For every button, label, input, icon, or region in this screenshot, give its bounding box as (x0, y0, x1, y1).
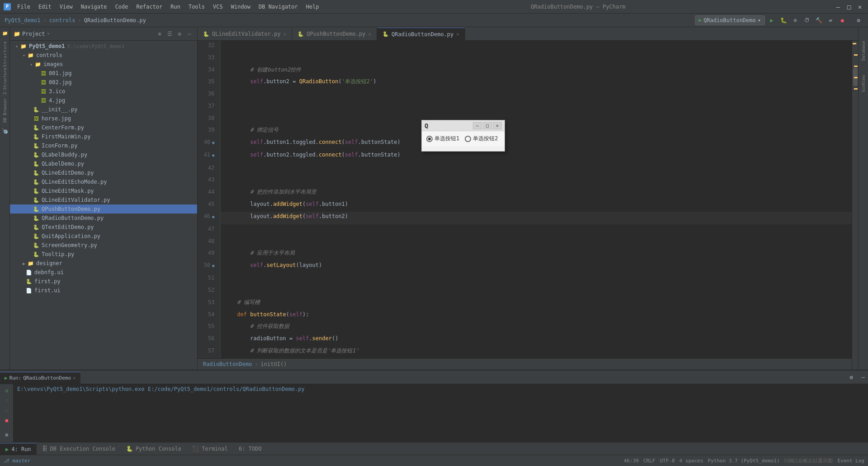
tree-centerform[interactable]: 🐍 CenterForm.py (10, 123, 197, 132)
run-down-button[interactable]: ↓ (2, 406, 11, 415)
tree-3ico[interactable]: 🖼 3.ico (10, 87, 197, 96)
code-text[interactable]: self.button1.toggled.connect(self.button… (220, 138, 858, 150)
code-text[interactable]: radioButton = self.sender() (220, 334, 858, 346)
code-text[interactable] (220, 89, 858, 101)
code-text[interactable] (220, 285, 858, 298)
code-text[interactable]: self.setLayout(layout) (220, 261, 858, 273)
minimize-button[interactable]: – (834, 2, 843, 11)
tree-4jpg[interactable]: 🖼 4.jpg (10, 96, 197, 105)
sidebar-project-icon[interactable]: 📁 (0, 29, 9, 37)
breadcrumb-project[interactable]: PyQt5_demo1 (5, 17, 40, 24)
code-text[interactable]: # 把控件添加到水平布局里 (220, 187, 858, 200)
tree-qlineeditdemo[interactable]: 🐍 QLineEditDemo.py (10, 168, 197, 177)
menu-vcs[interactable]: VCS (209, 2, 226, 12)
menu-code[interactable]: Code (112, 2, 132, 12)
code-text[interactable]: # 判断获取的数据的文本是否是'单选按钮1' (220, 346, 858, 358)
tree-controls[interactable]: ▾ 📁 controls (10, 51, 197, 60)
right-sidebar-database[interactable]: Database (861, 29, 866, 61)
tree-qtexteditdemo[interactable]: 🐍 QTextEditDemo.py (10, 223, 197, 232)
run-stop-button[interactable]: ◼ (2, 416, 11, 425)
dialog-minimize[interactable]: – (473, 122, 482, 129)
bottom-tab-run[interactable]: ▶ 4: Run (0, 443, 37, 455)
status-line-col[interactable]: 46:39 (624, 458, 639, 464)
run-config-selector[interactable]: ▶ QRadioButtonDemo ▾ (695, 15, 765, 25)
run-panel-settings[interactable]: ⚙ (846, 372, 856, 382)
menu-run[interactable]: Run (167, 2, 184, 12)
menu-refactor[interactable]: Refactor (132, 2, 166, 12)
menu-view[interactable]: View (56, 2, 76, 12)
tab-qlineeditvalidator[interactable]: 🐍 QLineEditValidator.py ✕ (198, 28, 292, 40)
run-restart-button[interactable]: ↺ (2, 386, 11, 395)
sidebar-db-browser-icon[interactable]: DB Browser (0, 97, 9, 124)
tree-iconform[interactable]: 🐍 IconForm.py (10, 141, 197, 150)
tree-qlineeditvalidator[interactable]: 🐍 QLineEditValidator.py (10, 195, 197, 204)
tab-qradiobuttondemo[interactable]: 🐍 QRadioButtonDemo.py ✕ (377, 28, 465, 40)
code-text[interactable] (220, 101, 858, 114)
sidebar-z-structure-icon[interactable]: Z-Structure (0, 67, 9, 95)
status-encoding[interactable]: UTF-8 (660, 458, 675, 464)
tree-qlineeditmask[interactable]: 🐍 QLineEditMask.py (10, 186, 197, 195)
tree-qpushbuttondemo[interactable]: 🐍 QPushButtonDemo.py (10, 204, 197, 214)
coverage-button[interactable]: ⊙ (790, 15, 800, 25)
tree-002jpg[interactable]: 🖼 002.jpg (10, 78, 197, 87)
tab-close-1[interactable]: ✕ (368, 31, 371, 37)
build-button[interactable]: 🔨 (814, 15, 824, 25)
code-text[interactable] (220, 114, 858, 126)
status-indent[interactable]: 4 spaces (679, 458, 703, 464)
toolbar-settings[interactable]: ⚙ (854, 15, 863, 25)
code-text[interactable]: layout.addWidget(self.button2) (220, 212, 858, 224)
project-minimize-button[interactable]: — (185, 30, 193, 38)
status-crlf[interactable]: CRLF (643, 458, 656, 464)
code-text[interactable] (220, 175, 858, 187)
tree-init[interactable]: 🐍 __init__.py (10, 105, 197, 114)
tree-quitapplication[interactable]: 🐍 QuitApplication.py (10, 232, 197, 241)
close-button[interactable]: ✕ (855, 2, 864, 11)
menu-tools[interactable]: Tools (185, 2, 208, 12)
tree-firstui[interactable]: 📄 first.ui (10, 286, 197, 295)
code-text[interactable] (220, 224, 858, 237)
bottom-tab-todo[interactable]: 6: TODO (233, 443, 267, 455)
status-git[interactable]: ⎇ master (4, 458, 30, 464)
dialog-maximize[interactable]: □ (483, 122, 492, 129)
tree-firstpy[interactable]: 🐍 first.py (10, 277, 197, 286)
code-text[interactable]: self.button2.toggled.connect(self.button… (220, 150, 858, 163)
run-panel-tab-main[interactable]: ▶ Run: QRadioButtonDemo ✕ (0, 372, 80, 384)
radio-button-2[interactable]: 单选按钮2 (465, 135, 498, 143)
code-text[interactable] (220, 163, 858, 176)
run-wrap-button[interactable]: ≡ (2, 430, 11, 439)
menu-edit[interactable]: Edit (35, 2, 55, 12)
run-up-button[interactable]: ↑ (2, 396, 11, 405)
code-editor[interactable]: 32 33 34 # 创建button2控件35 self.button2 = … (198, 41, 858, 358)
menu-navigate[interactable]: Navigate (77, 2, 111, 12)
tree-qradiobuttondemo[interactable]: 🐍 QRadioButtonDemo.py (10, 214, 197, 223)
tree-screengeometry[interactable]: 🐍 ScreenGeometry.py (10, 241, 197, 250)
run-button[interactable]: ▶ (767, 15, 777, 25)
status-python[interactable]: Python 3.7 (PyQt5_demo1) (708, 458, 780, 464)
code-text[interactable] (220, 273, 858, 285)
bottom-tab-terminal[interactable]: ⬛ Terminal (187, 443, 233, 455)
tab-qpushbuttondemo[interactable]: 🐍 QPushButtonDemo.py ✕ (292, 28, 377, 40)
tree-root[interactable]: ▾ 📁 PyQt5_demo1 E:\code\PyQt5_demo1 (10, 42, 197, 51)
tree-firstmainwin[interactable]: 🐍 FirstMainWin.py (10, 132, 197, 141)
stop-button[interactable]: ◼ (837, 15, 847, 25)
tree-horsejpg[interactable]: 🖼 horse.jpg (10, 114, 197, 123)
code-text[interactable]: # 控件获取数据 (220, 322, 858, 334)
tree-qlineeditechomode[interactable]: 🐍 QLineEditEchoMode.py (10, 177, 197, 186)
debug-button[interactable]: 🐛 (778, 15, 788, 25)
menu-window[interactable]: Window (227, 2, 254, 12)
menu-db-navigator[interactable]: DB Navigator (255, 2, 302, 12)
run-panel-hide[interactable]: — (858, 372, 868, 382)
menu-help[interactable]: Help (302, 2, 323, 12)
code-text[interactable] (220, 237, 858, 249)
toolbar-more[interactable]: ⇌ (826, 15, 835, 25)
right-sidebar-scovview[interactable]: ScoView (861, 65, 866, 92)
tree-images[interactable]: ▾ 📁 images (10, 60, 197, 69)
code-text[interactable]: # 编写槽 (220, 298, 858, 310)
code-text[interactable]: layout.addWidget(self.button1) (220, 200, 858, 212)
sidebar-structure-icon[interactable]: Structure (0, 40, 9, 67)
menu-file[interactable]: File (14, 2, 34, 12)
breadcrumb-controls[interactable]: controls (49, 17, 75, 24)
tree-qlabeldemo[interactable]: 🐍 QLabelDemo.py (10, 159, 197, 168)
project-settings-button[interactable]: ⚙ (175, 30, 184, 38)
code-text[interactable]: # 绑定信号 (220, 125, 858, 138)
